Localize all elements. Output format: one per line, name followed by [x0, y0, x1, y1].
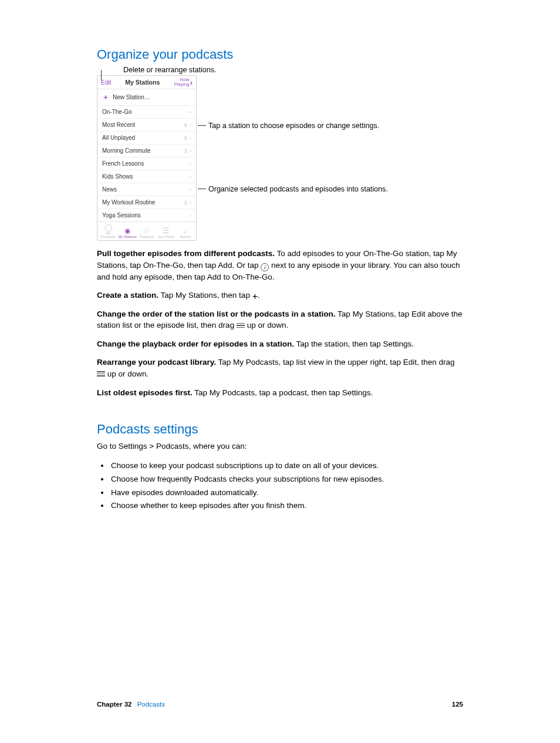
bullet-item: Have episodes downloaded automatically. — [110, 486, 463, 500]
station-label: All Unplayed — [102, 135, 135, 141]
chevron-right-icon: › — [190, 147, 191, 154]
station-row[interactable]: Morning Commute 3› — [97, 144, 196, 157]
tab-label: My Podcasts — [101, 231, 116, 238]
station-count: 9 — [184, 122, 187, 128]
nav-title: My Stations — [125, 79, 160, 86]
para-rearrange-library: Rearrange your podcast library. Tap My P… — [97, 357, 463, 379]
new-station-label: New Station… — [113, 94, 150, 100]
para-text: Tap My Stations, then tap — [158, 291, 252, 300]
station-label: Yoga Sessions — [102, 212, 141, 218]
station-label: News — [102, 186, 117, 193]
bullet-item: Choose to keep your podcast subscription… — [110, 459, 463, 473]
station-label: French Lessons — [102, 160, 144, 167]
para-text: . — [258, 291, 260, 300]
page-footer: Chapter 32 Podcasts 125 — [97, 701, 463, 708]
side-callouts: Tap a station to choose episodes or chan… — [208, 75, 388, 194]
station-row[interactable]: Kids Shows › — [97, 170, 196, 183]
chevron-right-icon: › — [190, 79, 193, 86]
plus-icon: ＋ — [102, 93, 109, 101]
radio-icon: ◉ — [118, 227, 137, 234]
station-row[interactable]: Most Recent 9› — [97, 119, 196, 132]
station-count: 1 — [184, 200, 187, 206]
station-label: My Workout Routine — [102, 199, 155, 206]
para-bold: List oldest episodes first. — [97, 388, 193, 397]
station-row[interactable]: French Lessons › — [97, 157, 196, 170]
station-label: Morning Commute — [102, 147, 150, 154]
station-label: Kids Shows — [102, 173, 133, 180]
callout-tap-station: Tap a station to choose episodes or chan… — [208, 121, 388, 130]
settings-bullets: Choose to keep your podcast subscription… — [97, 459, 463, 513]
chevron-right-icon: › — [190, 160, 191, 167]
list-icon: ☰ — [156, 227, 176, 234]
search-icon: ⌕ — [176, 227, 195, 234]
para-create-station: Create a station. Tap My Stations, then … — [97, 290, 463, 301]
station-row[interactable]: All Unplayed 9› — [97, 132, 196, 144]
chevron-right-icon: › — [190, 173, 191, 180]
callout-organize: Organize selected podcasts and episodes … — [208, 184, 388, 194]
tab-featured[interactable]: ☆Featured — [137, 227, 157, 238]
para-change-order: Change the order of the station list or … — [97, 308, 463, 331]
para-bold: Pull together episodes from different po… — [97, 249, 275, 258]
footer-chapter: Chapter 32 — [97, 701, 131, 708]
tab-top-charts[interactable]: ☰Top Charts — [156, 227, 176, 238]
tab-label: My Stations — [119, 235, 137, 238]
now-playing-line2: Playing — [174, 82, 189, 87]
tab-label: Top Charts — [157, 235, 174, 238]
station-row[interactable]: On-The-Go › — [97, 106, 196, 119]
station-label: Most Recent — [102, 122, 135, 128]
para-pull-together: Pull together episodes from different po… — [97, 248, 463, 283]
tab-search[interactable]: ⌕Search — [176, 227, 195, 238]
tab-label: Search — [180, 235, 191, 238]
figure: Edit My Stations Now Playing › ＋New Stat… — [97, 75, 463, 241]
body-text: Pull together episodes from different po… — [97, 248, 463, 513]
phone-mockup: Edit My Stations Now Playing › ＋New Stat… — [97, 75, 197, 241]
info-icon: i — [261, 263, 269, 271]
para-settings-intro: Go to Settings > Podcasts, where you can… — [97, 441, 463, 452]
station-count: 9 — [184, 135, 187, 141]
footer-section: Podcasts — [137, 701, 165, 708]
chevron-right-icon: › — [190, 135, 191, 141]
station-label: On-The-Go — [102, 109, 132, 115]
now-playing-button[interactable]: Now Playing › — [174, 78, 193, 87]
para-text: up or down. — [105, 369, 149, 378]
para-text: up or down. — [245, 321, 288, 330]
para-bold: Change the order of the station list or … — [97, 310, 336, 318]
chevron-right-icon: › — [190, 186, 191, 193]
tab-my-stations[interactable]: ◉My Stations — [118, 227, 137, 238]
footer-page-number: 125 — [452, 701, 463, 708]
tab-my-podcasts[interactable]: ◯My Podcasts — [99, 224, 118, 238]
para-bold: Change the playback order for episodes i… — [97, 339, 294, 348]
new-station-row[interactable]: ＋New Station… — [97, 89, 196, 106]
chevron-right-icon: › — [190, 122, 191, 128]
station-row[interactable]: Yoga Sessions › — [97, 209, 196, 221]
chevron-right-icon: › — [190, 212, 191, 218]
para-bold: Rearrange your podcast library. — [97, 358, 216, 367]
chevron-right-icon: › — [190, 199, 191, 206]
para-text: Tap My Podcasts, tap a podcast, then tap… — [193, 388, 373, 397]
drag-handle-icon — [97, 370, 105, 378]
callout-top: Delete or rearrange stations. — [123, 66, 463, 74]
headphones-icon: ◯ — [99, 224, 118, 231]
tab-bar: ◯My Podcasts ◉My Stations ☆Featured ☰Top… — [97, 221, 196, 240]
para-change-playback: Change the playback order for episodes i… — [97, 338, 463, 350]
para-text: Tap My Podcasts, tap list view in the up… — [216, 358, 454, 367]
para-bold: Create a station. — [97, 291, 158, 300]
para-text: Tap the station, then tap Settings. — [294, 339, 414, 348]
bullet-item: Choose how frequently Podcasts checks yo… — [110, 473, 463, 486]
star-icon: ☆ — [137, 227, 157, 234]
station-row[interactable]: My Workout Routine 1› — [97, 196, 196, 209]
chevron-right-icon: › — [190, 109, 191, 115]
section-heading-organize: Organize your podcasts — [97, 47, 463, 62]
drag-handle-icon — [237, 322, 245, 330]
station-row[interactable]: News › — [97, 183, 196, 196]
section-heading-settings: Podcasts settings — [97, 422, 463, 437]
tab-label: Featured — [140, 235, 154, 238]
bullet-item: Choose whether to keep episodes after yo… — [110, 499, 463, 513]
para-list-oldest: List oldest episodes first. Tap My Podca… — [97, 387, 463, 399]
station-count: 3 — [184, 148, 187, 154]
